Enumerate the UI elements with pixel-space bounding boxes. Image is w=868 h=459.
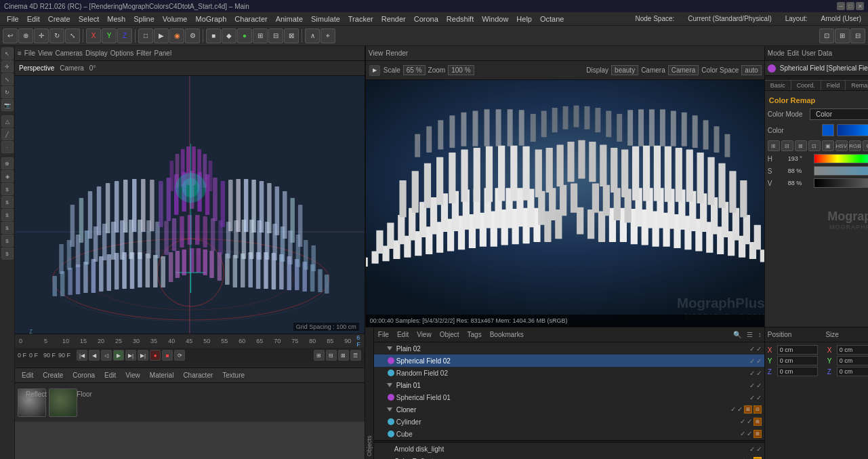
shading-button[interactable]: ⊞ bbox=[835, 28, 850, 43]
bottom-tab-material[interactable]: Material bbox=[146, 370, 178, 380]
stop-button[interactable]: ■ bbox=[162, 350, 173, 361]
vp-options-menu[interactable]: Display bbox=[85, 49, 108, 57]
timeline-extra-2[interactable]: ⊟ bbox=[326, 350, 337, 361]
pos-x-input[interactable] bbox=[777, 345, 818, 355]
display-button[interactable]: ⊡ bbox=[819, 28, 834, 43]
bottom-tab-edit[interactable]: Edit bbox=[18, 370, 37, 380]
hue-slider[interactable] bbox=[814, 154, 868, 163]
menu-corona[interactable]: Corona bbox=[410, 14, 442, 24]
cylinder-tag[interactable]: ⊞ bbox=[753, 418, 762, 426]
camera-tool[interactable]: 📷 bbox=[1, 99, 14, 111]
cylinder-vis[interactable]: ✓ bbox=[740, 418, 745, 426]
render-camera-value[interactable]: Camera bbox=[668, 65, 699, 75]
polygon-button[interactable]: ● bbox=[237, 28, 252, 43]
cloner-button[interactable]: ⊠ bbox=[284, 28, 299, 43]
x-axis-button[interactable]: X bbox=[86, 28, 101, 43]
vp-prorender-menu[interactable]: Panel bbox=[154, 49, 172, 57]
cloner-tag-2[interactable]: ⊟ bbox=[753, 405, 762, 414]
scene-item-cylinder[interactable]: Cylinder ✓ ✓ ⊞ bbox=[374, 416, 764, 428]
weight-tool[interactable]: $ bbox=[1, 209, 14, 221]
render-button[interactable]: ◉ bbox=[169, 28, 184, 43]
scene-item-plain02[interactable]: Plain 02 ✓ ✓ bbox=[374, 342, 764, 355]
spherical02-lock[interactable]: ✓ bbox=[756, 357, 762, 365]
material-floor[interactable] bbox=[49, 388, 77, 417]
deform-button[interactable]: ⊞ bbox=[253, 28, 268, 43]
scene-tab-tags[interactable]: Tags bbox=[463, 330, 486, 340]
timeline-extra-3[interactable]: ⊠ bbox=[338, 350, 349, 361]
layout-value[interactable]: Arnold (User) bbox=[817, 14, 865, 24]
menu-help[interactable]: Help bbox=[512, 14, 536, 24]
loop-button[interactable]: ⟳ bbox=[174, 350, 185, 361]
move-tool[interactable]: ✛ bbox=[1, 60, 14, 73]
scene-item-spherical01[interactable]: Spherical Field 01 ✓ ✓ bbox=[374, 391, 764, 403]
bottom-tab-texture[interactable]: Texture bbox=[218, 370, 249, 380]
menu-select[interactable]: Select bbox=[75, 14, 104, 24]
scene-filter-icon[interactable]: ☰ bbox=[744, 331, 756, 338]
menu-spline[interactable]: Spline bbox=[129, 14, 159, 24]
render-render-menu[interactable]: Render bbox=[386, 49, 408, 57]
render-play-button[interactable]: ▶ bbox=[369, 65, 380, 76]
play-reverse-button[interactable]: ◁ bbox=[101, 350, 112, 361]
size-y-input[interactable] bbox=[837, 356, 868, 365]
color-gradient-bar[interactable] bbox=[837, 124, 868, 136]
magnet-button[interactable]: ⌖ bbox=[321, 28, 335, 43]
vp-menu-icon[interactable]: ≡ bbox=[18, 49, 22, 57]
spherical01-lock[interactable]: ✓ bbox=[756, 394, 762, 401]
color-tool-4[interactable]: ⊡ bbox=[808, 140, 821, 151]
nurbs-button[interactable]: ⊟ bbox=[268, 28, 283, 43]
cylinder-lock[interactable]: ✓ bbox=[747, 418, 752, 426]
props-edit[interactable]: Edit bbox=[787, 49, 799, 57]
props-tab-remapping[interactable]: Remapping bbox=[846, 80, 868, 90]
spherical02-vis[interactable]: ✓ bbox=[749, 357, 755, 365]
cube-lock[interactable]: ✓ bbox=[747, 430, 752, 438]
menu-simulate[interactable]: Simulate bbox=[307, 14, 344, 24]
paint-tool[interactable]: $ bbox=[1, 183, 14, 195]
scene-search-icon[interactable]: 🔍 bbox=[730, 331, 744, 338]
timeline-extra-4[interactable]: ☰ bbox=[350, 350, 361, 361]
props-mode[interactable]: Mode bbox=[768, 49, 785, 57]
display-value[interactable]: beauty bbox=[611, 65, 638, 75]
edge-mode[interactable]: ╱ bbox=[1, 128, 14, 140]
bottom-tab-character[interactable]: Character bbox=[179, 370, 217, 380]
bottom-tab-create[interactable]: Create bbox=[39, 370, 67, 380]
cube-tag[interactable]: ⊞ bbox=[753, 430, 762, 438]
prev-frame-button[interactable]: ◀ bbox=[89, 350, 100, 361]
bottom-tab-edit2[interactable]: Edit bbox=[100, 370, 120, 380]
color-swatch[interactable] bbox=[822, 124, 834, 136]
scene-tab-edit[interactable]: Edit bbox=[393, 330, 413, 340]
z-axis-button[interactable]: Z bbox=[117, 28, 132, 43]
spherical01-vis[interactable]: ✓ bbox=[749, 394, 755, 401]
v-value[interactable]: 88 % bbox=[788, 180, 814, 186]
bottom-tab-corona[interactable]: Corona bbox=[68, 370, 99, 380]
plain01-lock[interactable]: ✓ bbox=[756, 382, 762, 389]
polygon-mode[interactable]: △ bbox=[1, 115, 14, 127]
plain02-lock-icon[interactable]: ✓ bbox=[756, 345, 762, 353]
close-button[interactable]: ✕ bbox=[856, 2, 864, 10]
scene-tab-bookmarks[interactable]: Bookmarks bbox=[486, 330, 528, 340]
select-tool[interactable]: ↖ bbox=[1, 47, 14, 60]
brush-button[interactable]: ∧ bbox=[305, 28, 320, 43]
new-scene-button[interactable]: □ bbox=[138, 28, 153, 43]
props-tab-coord[interactable]: Coord. bbox=[791, 80, 821, 90]
pos-z-input[interactable] bbox=[777, 367, 818, 376]
render-view-menu[interactable]: View bbox=[369, 49, 384, 57]
timeline-extra-1[interactable]: ⊞ bbox=[314, 350, 325, 361]
size-z-input[interactable] bbox=[837, 367, 868, 376]
vp-display-menu[interactable]: Cameras bbox=[55, 49, 83, 57]
scale-tool[interactable]: ⤡ bbox=[1, 73, 14, 85]
scene-item-spherical02[interactable]: Spherical Field 02 ✓ ✓ bbox=[374, 355, 764, 367]
color-tool-5[interactable]: ▣ bbox=[822, 140, 834, 151]
settings-button[interactable]: ⚙ bbox=[185, 28, 200, 43]
vp-filter-menu[interactable]: Options bbox=[110, 49, 133, 57]
color-tool-3[interactable]: ⊠ bbox=[795, 140, 807, 151]
cloner-vis[interactable]: ✓ bbox=[730, 405, 736, 414]
menu-volume[interactable]: Volume bbox=[159, 14, 192, 24]
menu-mesh[interactable]: Mesh bbox=[103, 14, 129, 24]
color-space-value[interactable]: auto bbox=[741, 65, 761, 75]
object-button[interactable]: ◆ bbox=[222, 28, 236, 43]
scene-tab-object[interactable]: Object bbox=[436, 330, 463, 340]
menu-mograph[interactable]: MoGraph bbox=[192, 14, 231, 24]
plain02-vis-icon[interactable]: ✓ bbox=[749, 345, 755, 353]
menu-edit[interactable]: Edit bbox=[23, 14, 44, 24]
snap-tool[interactable]: ⊕ bbox=[1, 157, 14, 169]
